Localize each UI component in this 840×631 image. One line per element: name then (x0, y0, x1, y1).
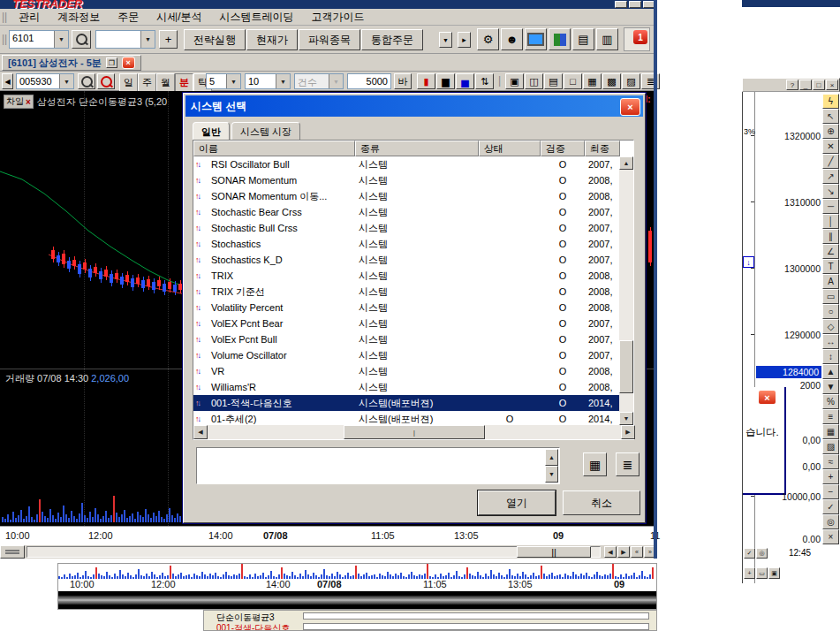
sort-arrows-button[interactable]: ⇅ (475, 73, 494, 89)
down-tool-button[interactable]: ▼ (822, 379, 839, 394)
hand-tool-button[interactable]: ⊕ (822, 124, 839, 139)
order-dropdown-button[interactable]: ▼ (439, 32, 452, 48)
navigator-waveform[interactable] (58, 591, 656, 609)
cross-tool-button[interactable]: ✕ (822, 139, 839, 154)
scrollbar-track[interactable] (26, 546, 601, 558)
bar-chart-red-button[interactable]: ▆ (436, 73, 455, 89)
system-row-5[interactable]: ↑↓Stochastics시스템O2007, (193, 236, 633, 252)
period-button-일[interactable]: 일 (119, 73, 138, 92)
scroll-up-icon[interactable]: ▲ (619, 156, 633, 170)
angle-tool-button[interactable]: ∠ (822, 244, 839, 259)
system-row-7[interactable]: ↑↓TRIX시스템O2008, (193, 268, 633, 284)
box-button[interactable]: □ (564, 73, 582, 89)
percent-tool-button[interactable]: % (822, 394, 839, 409)
monitor-button[interactable] (525, 28, 547, 50)
bar-unit-button[interactable]: 바 (394, 73, 412, 89)
column-header-2[interactable]: 상태 (479, 141, 541, 156)
h-scrollbar[interactable]: ◀ ▶ | (193, 425, 635, 439)
tab-restore-icon[interactable]: ❐ (106, 57, 117, 68)
plus-tool-button[interactable]: + (822, 469, 839, 484)
up-tool-button[interactable]: ▲ (822, 364, 839, 379)
menu-item-1[interactable]: 계좌정보 (49, 8, 109, 27)
form-row2-field[interactable] (303, 623, 649, 630)
menu-item-4[interactable]: 시스템트레이딩 (211, 8, 303, 27)
h-scroll-thumb[interactable]: | (344, 425, 485, 439)
tab-close-icon[interactable]: × (122, 57, 135, 69)
chevron-down-icon[interactable]: ▼ (276, 74, 290, 88)
action-button-2[interactable]: 파워종목 (299, 29, 360, 50)
count-combo[interactable]: 건수▼ (294, 73, 344, 89)
menu-item-2[interactable]: 주문 (109, 8, 148, 27)
system-row-13[interactable]: ↑↓VR시스템O2008, (193, 363, 633, 379)
chevron-down-icon[interactable]: ▼ (54, 31, 68, 48)
dialog-title-bar[interactable]: 시스템 선택 × (185, 95, 643, 117)
caption-button-2[interactable]: □ (813, 80, 825, 90)
caption-button-1[interactable]: _ (799, 80, 812, 90)
v-scrollbar[interactable]: ▲ ▼ (619, 156, 633, 425)
account-combo[interactable]: ▼ (95, 30, 155, 49)
alert-close-icon[interactable]: × (758, 390, 776, 405)
minimize-button[interactable] (615, 1, 627, 8)
action-button-3[interactable]: 통합주문 (361, 29, 423, 50)
chart-search-red-button[interactable] (97, 73, 115, 89)
caption-button-0[interactable]: ? (786, 80, 798, 90)
system-row-3[interactable]: ↑↓Stochastic Bear Crss시스템O2007, (193, 204, 633, 220)
caption-button-3[interactable]: × (826, 80, 838, 90)
description-box[interactable]: ▲ ▼ (196, 447, 560, 484)
form-row1-field[interactable] (303, 612, 649, 620)
scroll-right-icon[interactable]: ▶ (617, 546, 630, 558)
candle-chart-button[interactable]: ▮ (417, 73, 435, 89)
scroll-left-icon[interactable]: ◀ (193, 425, 208, 439)
panel-tool-icon[interactable]: ▣ (768, 567, 780, 579)
scroll-right-icon[interactable]: ▶ (621, 425, 635, 439)
magnifier-tool-button[interactable]: ◎ (822, 514, 839, 529)
tick-combo[interactable]: 10▼ (245, 73, 291, 89)
column-header-3[interactable]: 검증 (541, 141, 585, 156)
text-tool-button[interactable]: T (822, 259, 839, 274)
system-row-0[interactable]: ↑↓RSI Oscillator Bull시스템O2007, (193, 156, 633, 172)
dialog-close-icon[interactable]: × (620, 98, 640, 116)
film-button[interactable]: ▤ (572, 28, 594, 50)
minus-tool-button[interactable]: − (822, 484, 839, 499)
arrow-h-tool-button[interactable]: ↔ (822, 334, 839, 349)
column-header-4[interactable]: 최종 (585, 141, 620, 156)
scroll-down-icon[interactable]: ▼ (619, 412, 633, 425)
split-view-button[interactable]: ◫ (525, 73, 543, 89)
bar-count-input[interactable] (347, 73, 391, 89)
wave-tool-button[interactable]: ≈ (822, 454, 839, 469)
scroll-home-icon[interactable]: « (631, 546, 643, 558)
stock-code-combo[interactable]: 6101▼ (9, 30, 69, 49)
interval-combo[interactable]: 5▼ (206, 73, 241, 89)
column-header-0[interactable]: 이름 (193, 141, 355, 156)
period-button-분[interactable]: 분 (175, 73, 193, 92)
zoom-toggle-icon[interactable]: ◎ (756, 548, 768, 559)
add-button[interactable]: + (159, 30, 178, 49)
line-tool-button[interactable]: ╱ (822, 154, 839, 169)
spin-down-icon[interactable]: ▼ (545, 466, 558, 483)
trend-up-tool-button[interactable]: ↗ (822, 169, 839, 184)
chevron-down-icon[interactable]: ▼ (226, 74, 240, 88)
system-row-8[interactable]: ↑↓TRIX 기준선시스템O2008, (193, 284, 633, 300)
bar-chart-blue-button[interactable]: ▅ (456, 73, 474, 89)
system-row-2[interactable]: ↑↓SONAR Momentum 이동...시스템O2008, (193, 188, 633, 204)
annotate-toggle-icon[interactable]: ✓ (744, 548, 755, 559)
scroll-left-icon[interactable]: ◀ (604, 546, 617, 558)
maximize-button[interactable] (629, 1, 641, 8)
sheet-button[interactable]: ▤ (544, 73, 563, 89)
list-view-button[interactable]: ≣ (616, 452, 639, 476)
user-button[interactable]: ☻ (501, 28, 523, 50)
hline-tool-button[interactable]: ─ (822, 199, 839, 214)
period-button-월[interactable]: 월 (156, 73, 175, 92)
plus-tool-icon[interactable]: + (744, 567, 755, 579)
open-button[interactable]: 열기 (478, 490, 556, 515)
chart-code-combo[interactable]: 005930▼ (16, 73, 74, 89)
chevron-down-icon[interactable]: ▼ (59, 74, 73, 88)
arrow-v-tool-button[interactable]: ↕ (822, 349, 839, 364)
pattern-tool-button[interactable]: ▨ (822, 439, 839, 454)
grid-button[interactable]: ▦ (583, 73, 602, 89)
grip-handle[interactable] (0, 545, 25, 559)
calculator-button[interactable]: ▦ (583, 452, 607, 476)
period-button-주[interactable]: 주 (138, 73, 156, 92)
system-row-12[interactable]: ↑↓Volume Oscillator시스템O2007, (193, 347, 633, 363)
scrollbar-thumb[interactable]: || (517, 546, 591, 558)
